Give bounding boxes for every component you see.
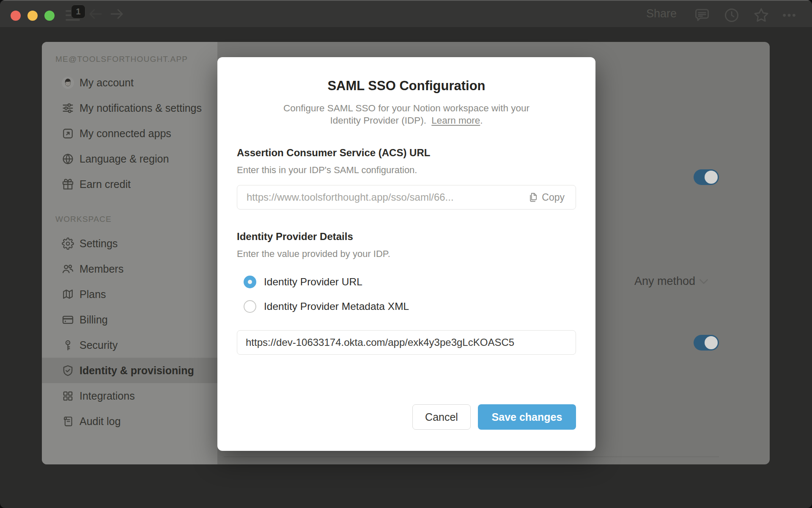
zoom-window-button[interactable]: [44, 11, 55, 21]
learn-more-period: .: [480, 115, 483, 126]
sidebar-item-label: Audit log: [80, 415, 121, 428]
sidebar-item-label: Identity & provisioning: [80, 364, 194, 377]
idp-details-description: Enter the value provided by your IDP.: [237, 248, 390, 260]
sidebar-item-label: Settings: [80, 237, 118, 250]
comments-icon[interactable]: [694, 7, 710, 23]
sidebar-item-label: Integrations: [80, 390, 135, 402]
sso-toggle-top[interactable]: [694, 169, 719, 185]
idp-details-heading: Identity Provider Details: [237, 231, 353, 243]
save-changes-button[interactable]: Save changes: [478, 404, 576, 430]
saml-sso-modal: SAML SSO Configuration Configure SAML SS…: [217, 57, 595, 451]
toggle-knob: [705, 171, 718, 184]
notification-badge[interactable]: 1: [71, 5, 85, 19]
sidebar-item-label: Members: [80, 263, 123, 275]
chevron-down-icon: [700, 279, 708, 284]
sidebar-item-billing[interactable]: Billing: [42, 307, 217, 332]
shield-check-icon: [58, 361, 77, 380]
workspace-section-label: WORKSPACE: [55, 215, 112, 226]
radio-label: Identity Provider URL: [264, 276, 362, 288]
sidebar-item-settings[interactable]: Settings: [42, 231, 217, 256]
sidebar-item-label: Security: [80, 339, 118, 351]
grid-icon: [58, 386, 77, 406]
sidebar-item-label: My notifications & settings: [80, 102, 202, 114]
cancel-button[interactable]: Cancel: [412, 404, 471, 430]
login-method-dropdown[interactable]: Any method: [634, 275, 708, 288]
sidebar-item-language-region[interactable]: Language & region: [42, 146, 217, 171]
share-button[interactable]: Share: [646, 7, 677, 20]
sidebar-item-label: My connected apps: [80, 127, 171, 140]
map-icon: [58, 284, 77, 304]
sidebar-item-notifications-settings[interactable]: My notifications & settings: [42, 95, 217, 121]
favorite-star-icon[interactable]: [753, 7, 769, 23]
sidebar-item-earn-credit[interactable]: Earn credit: [42, 171, 217, 197]
modal-subtitle: Configure SAML SSO for your Notion works…: [217, 102, 595, 127]
acs-url-heading: Assertion Consumer Service (ACS) URL: [237, 147, 430, 159]
key-icon: [58, 335, 77, 355]
radio-selected-icon[interactable]: [244, 276, 256, 288]
sidebar-item-security[interactable]: Security: [42, 332, 217, 358]
modal-title: SAML SSO Configuration: [217, 78, 595, 94]
users-icon: [58, 259, 77, 279]
idp-url-input[interactable]: [237, 331, 576, 354]
learn-more-link[interactable]: Learn more: [431, 115, 480, 126]
credit-card-icon: [58, 310, 77, 329]
scroll-icon: [58, 411, 77, 431]
titlebar: 1 Share: [0, 0, 812, 27]
sidebar-item-label: Earn credit: [80, 178, 131, 190]
sidebar-item-members[interactable]: Members: [42, 256, 217, 282]
settings-sidebar: ME@TOOLSFORTHOUGHT.APP My account My not…: [42, 42, 217, 464]
sliders-icon: [58, 98, 77, 118]
idp-url-field: [237, 330, 576, 355]
sidebar-item-label: Language & region: [80, 153, 169, 165]
radio-label: Identity Provider Metadata XML: [264, 301, 409, 312]
toggle-knob: [705, 336, 718, 349]
copy-icon: [527, 192, 538, 203]
copy-label: Copy: [542, 192, 565, 203]
sidebar-item-connected-apps[interactable]: My connected apps: [42, 121, 217, 146]
sidebar-item-my-account[interactable]: My account: [42, 70, 217, 95]
back-arrow-icon[interactable]: [88, 8, 103, 22]
acs-url-description: Enter this in your IDP's SAML configurat…: [237, 165, 417, 176]
login-method-dropdown-value: Any method: [634, 275, 695, 288]
subtitle-line2: Identity Provider (IDP).: [330, 115, 426, 126]
content-divider: [224, 456, 719, 457]
radio-identity-provider-url[interactable]: Identity Provider URL: [244, 276, 362, 288]
subtitle-line1: Configure SAML SSO for your Notion works…: [283, 103, 529, 113]
sidebar-item-label: My account: [80, 77, 134, 89]
acs-url-value: https://www.toolsforthought.app/sso/saml…: [237, 191, 523, 203]
radio-unselected-icon[interactable]: [244, 300, 256, 313]
sidebar-item-audit-log[interactable]: Audit log: [42, 409, 217, 434]
arrow-up-right-icon: [58, 124, 77, 143]
gear-icon: [58, 234, 77, 253]
copy-button[interactable]: Copy: [523, 192, 576, 203]
avatar: [58, 73, 77, 92]
sidebar-item-integrations[interactable]: Integrations: [42, 383, 217, 409]
sidebar-item-label: Plans: [80, 288, 106, 301]
screenshot-root: 1 Share ME@TOOLSFORTHOUGHT.APP: [0, 0, 812, 508]
sidebar-item-identity-provisioning[interactable]: Identity & provisioning: [42, 358, 217, 383]
account-section-label: ME@TOOLSFORTHOUGHT.APP: [55, 55, 188, 66]
more-options-icon[interactable]: [781, 7, 797, 23]
sso-toggle-bottom[interactable]: [694, 335, 719, 351]
acs-url-field: https://www.toolsforthought.app/sso/saml…: [237, 185, 576, 210]
sidebar-item-label: Billing: [80, 314, 108, 326]
forward-arrow-icon[interactable]: [110, 8, 124, 22]
app-window: 1 Share ME@TOOLSFORTHOUGHT.APP: [0, 0, 812, 508]
sidebar-item-plans[interactable]: Plans: [42, 282, 217, 307]
history-clock-icon[interactable]: [724, 7, 740, 23]
gift-icon: [58, 174, 77, 194]
minimize-window-button[interactable]: [27, 11, 38, 21]
globe-icon: [58, 149, 77, 168]
radio-identity-provider-metadata-xml[interactable]: Identity Provider Metadata XML: [244, 300, 409, 313]
close-window-button[interactable]: [11, 11, 21, 21]
